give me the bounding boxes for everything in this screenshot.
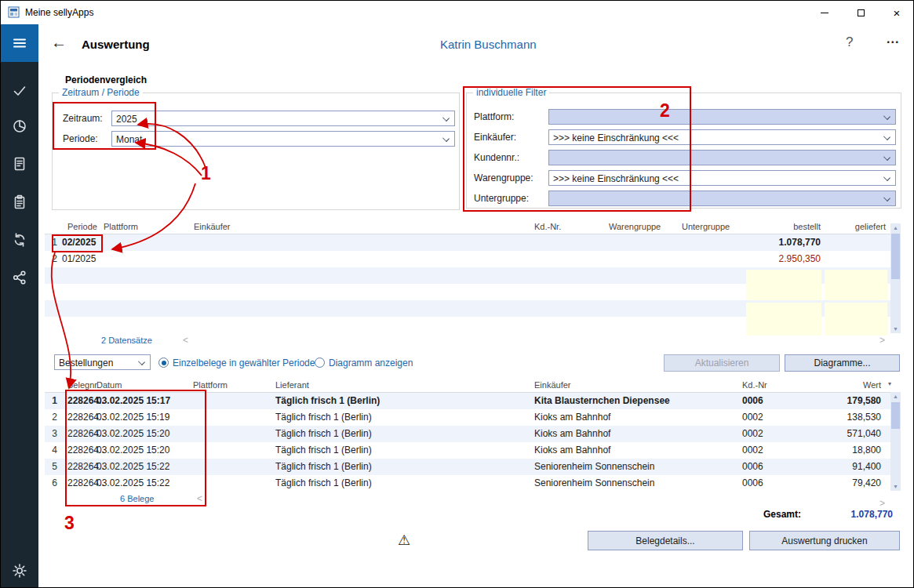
scroll-down-icon[interactable]: ▼ (890, 325, 901, 332)
sidebar-item-auswertung[interactable] (12, 118, 27, 134)
col-plattform[interactable]: Plattform (104, 222, 138, 231)
warengruppe-select[interactable]: >>> keine Einschränkung <<< (548, 170, 896, 186)
sync-icon (12, 232, 27, 248)
beleg-row-4[interactable]: 4 228264.. 03.02.2025 15:20 Täglich fris… (45, 442, 901, 459)
beleg-row-6[interactable]: 6 228264.. 03.02.2025 15:22 Täglich fris… (45, 475, 901, 492)
radio-diagramm-label[interactable]: Diagramm anzeigen (329, 358, 413, 368)
close-button[interactable]: × (879, 1, 914, 24)
filter-groupbox: individuelle Filter Plattform: Einkäufer… (466, 93, 901, 209)
detail-table: Belegnr. Datum Plattform Lieferant Einkä… (45, 377, 901, 492)
zeitraum-value: 2025 (116, 114, 137, 125)
app-icon (8, 6, 20, 18)
period-row-1[interactable]: 1 02/2025 1.078,770 (45, 234, 901, 251)
scrollbar-thumb[interactable] (891, 234, 900, 279)
sidebar-item-settings[interactable] (12, 563, 27, 579)
col-untergruppe[interactable]: Untergruppe (682, 222, 730, 231)
chevron-down-icon (442, 114, 450, 122)
belegart-select[interactable]: Bestellungen (54, 354, 151, 370)
gesamt-label: Gesamt: (707, 509, 801, 520)
radio-einzelbelege-label[interactable]: Einzelbelege in gewählter Periode (173, 358, 315, 368)
periode-cell: 02/2025 (62, 237, 96, 248)
sidebar-item-dokumente[interactable] (12, 156, 27, 172)
belegdetails-button[interactable]: Belegdetails... (588, 531, 743, 550)
minimize-icon (821, 13, 828, 13)
chevron-down-icon (138, 358, 145, 365)
beleg-row-2[interactable]: 2 228264.. 03.02.2025 15:19 Täglich fris… (45, 409, 901, 426)
col-belegnr[interactable]: Belegnr. (67, 380, 99, 390)
empty-row (45, 267, 901, 284)
window-title: Meine sellyApps (25, 7, 93, 18)
section-title: Periodenvergleich (65, 74, 147, 85)
col-lieferant[interactable]: Lieferant (275, 380, 309, 390)
periode-cell: 01/2025 (62, 253, 96, 264)
period-table: Periode Plattform Einkäufer Kd.-Nr. Ware… (45, 219, 901, 334)
kundennr-select[interactable] (548, 150, 896, 165)
gear-icon (12, 563, 27, 579)
sidebar-item-belege[interactable] (12, 194, 27, 210)
user-name[interactable]: Katrin Buschmann (440, 38, 537, 51)
pie-chart-icon (12, 118, 27, 134)
scroll-up-icon[interactable]: ▲ (890, 393, 901, 400)
sidebar-item-share[interactable] (12, 270, 27, 285)
aktualisieren-button[interactable]: Aktualisieren (664, 354, 780, 372)
plattform-label: Plattform: (474, 111, 514, 122)
titlebar: Meine sellyApps × (1, 1, 913, 24)
detail-next-page[interactable]: > (879, 498, 885, 509)
col-geliefert[interactable]: geliefert (807, 222, 886, 231)
periode-value: Monat (116, 134, 142, 145)
col-periode[interactable]: Periode (67, 222, 97, 231)
radio-diagramm[interactable] (315, 358, 325, 368)
minimize-button[interactable] (807, 1, 843, 24)
zeitraum-select[interactable]: 2025 (111, 111, 455, 126)
bestellt-cell: 1.078,770 (726, 237, 821, 248)
sidebar-item-sync[interactable] (12, 232, 27, 248)
period-row-2[interactable]: 2 01/2025 2.950,350 (45, 251, 901, 267)
col-datum[interactable]: Datum (96, 380, 122, 390)
chevron-down-icon (883, 174, 890, 181)
col-wert[interactable]: Wert (787, 380, 881, 390)
col-bestellt[interactable]: bestellt (726, 222, 821, 231)
radio-einzelbelege[interactable] (158, 358, 169, 368)
share-network-icon (12, 270, 27, 285)
untergruppe-label: Untergruppe: (474, 193, 529, 204)
maximize-button[interactable] (843, 1, 879, 24)
periode-label: Periode: (63, 133, 98, 144)
empty-row (45, 284, 901, 300)
beleg-row-3[interactable]: 3 228264.. 03.02.2025 15:20 Täglich fris… (45, 426, 901, 442)
untergruppe-select[interactable] (548, 191, 896, 206)
scroll-up-icon[interactable]: ▲ (890, 224, 901, 231)
beleg-row-1[interactable]: 1 228264.. 03.02.2025 15:17 Täglich fris… (45, 393, 901, 409)
periode-select[interactable]: Monat (111, 131, 455, 147)
scroll-down-icon[interactable]: ▼ (890, 483, 901, 490)
scrollbar-thumb[interactable] (891, 402, 900, 429)
einkaeufer-label: Einkäufer: (474, 132, 516, 143)
warning-icon[interactable]: ⚠ (398, 532, 410, 549)
period-next-page[interactable]: > (879, 335, 885, 346)
auswertung-drucken-button[interactable]: Auswertung drucken (749, 531, 900, 550)
bestellt-cell: 2.950,350 (726, 253, 821, 264)
sidebar-item-tasks[interactable] (12, 83, 27, 99)
period-table-scrollbar[interactable]: ▲ ▼ (890, 223, 901, 333)
col-plattform[interactable]: Plattform (193, 380, 228, 390)
einkaeufer-select[interactable]: >>> keine Einschränkung <<< (548, 129, 896, 145)
col-einkaeufer[interactable]: Einkäufer (534, 380, 570, 390)
period-groupbox: Zeitraum / Periode Zeitraum: 2025 Period… (52, 93, 460, 210)
col-kdnr[interactable]: Kd.-Nr (742, 380, 767, 390)
detail-table-scrollbar[interactable]: ▲ ▼ (890, 392, 901, 491)
period-prev-page[interactable]: < (183, 335, 188, 346)
diagramme-button[interactable]: Diagramme... (785, 354, 900, 372)
chevron-down-icon (883, 154, 890, 161)
menu-button[interactable] (1, 24, 38, 62)
document-icon (12, 156, 27, 172)
col-warengruppe[interactable]: Warengruppe (609, 222, 661, 231)
plattform-select[interactable] (548, 109, 896, 125)
more-menu-button[interactable]: ... (887, 32, 899, 46)
close-icon: × (894, 7, 901, 19)
kundennr-label: Kundennr.: (474, 152, 519, 163)
col-kdnr[interactable]: Kd.-Nr. (534, 222, 561, 231)
back-button[interactable]: ← (51, 34, 67, 52)
beleg-row-5[interactable]: 5 228264.. 03.02.2025 15:22 Täglich fris… (45, 459, 901, 475)
col-einkaeufer[interactable]: Einkäufer (194, 222, 230, 231)
detail-prev-page[interactable]: < (197, 493, 202, 504)
help-button[interactable]: ? (846, 34, 853, 50)
